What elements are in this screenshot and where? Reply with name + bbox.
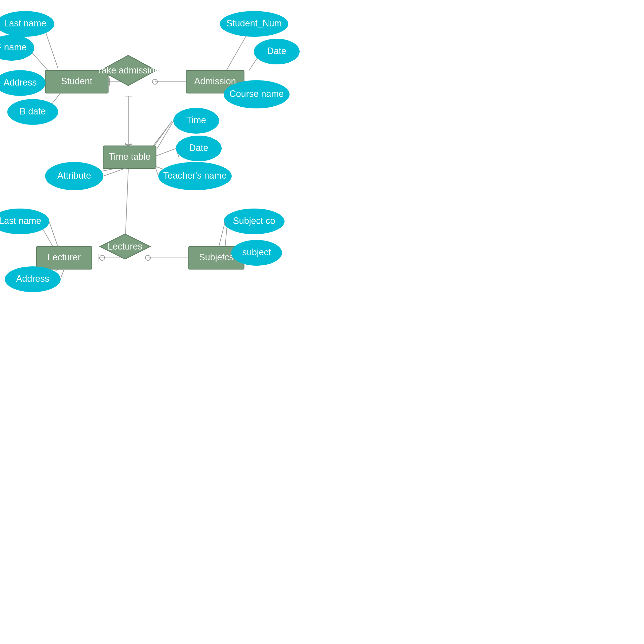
er-diagram: Student Admission Time table Lecturer Su… bbox=[0, 0, 644, 644]
attr-last-name-top-label: Last name bbox=[4, 18, 46, 28]
line-subco-subj bbox=[219, 221, 225, 247]
attr-address-bot-label: Address bbox=[16, 273, 49, 284]
entity-student-label: Student bbox=[61, 76, 92, 86]
attr-student-num-label: Student_Num bbox=[226, 18, 282, 28]
attr-b-date-label: B date bbox=[20, 106, 46, 116]
attr-course-name-label: Course name bbox=[229, 89, 284, 99]
line-date-timetable bbox=[156, 148, 176, 156]
attr-address-top-label: Address bbox=[4, 77, 37, 88]
line-time-timetable bbox=[157, 121, 174, 148]
attr-teachers-name-label: Teacher's name bbox=[163, 170, 227, 181]
entity-subjetcs-label: Subjetcs bbox=[199, 252, 234, 262]
line-addr-lect bbox=[60, 269, 64, 279]
rel-lectures-label: Lectures bbox=[108, 241, 142, 252]
attr-last-name-bot-label: Last name bbox=[0, 216, 41, 226]
line-time-tt2 bbox=[153, 121, 172, 146]
attr-attribute-label: Attribute bbox=[57, 170, 91, 181]
attr-date-top-label: Date bbox=[267, 46, 286, 56]
entity-admission-label: Admission bbox=[194, 76, 236, 86]
attr-f-name-label: F name bbox=[0, 42, 27, 52]
entity-timetable-label: Time table bbox=[109, 151, 151, 162]
attr-date-mid-label: Date bbox=[189, 143, 208, 153]
attr-time-label: Time bbox=[186, 115, 206, 125]
attr-subject-co-label: Subject co bbox=[233, 216, 275, 226]
line-studnum-adm bbox=[226, 35, 247, 70]
rel-take-admission-label: Take admission bbox=[97, 65, 159, 75]
attr-subject-label: subject bbox=[242, 247, 271, 257]
entity-lecturer-label: Lecturer bbox=[48, 252, 81, 262]
